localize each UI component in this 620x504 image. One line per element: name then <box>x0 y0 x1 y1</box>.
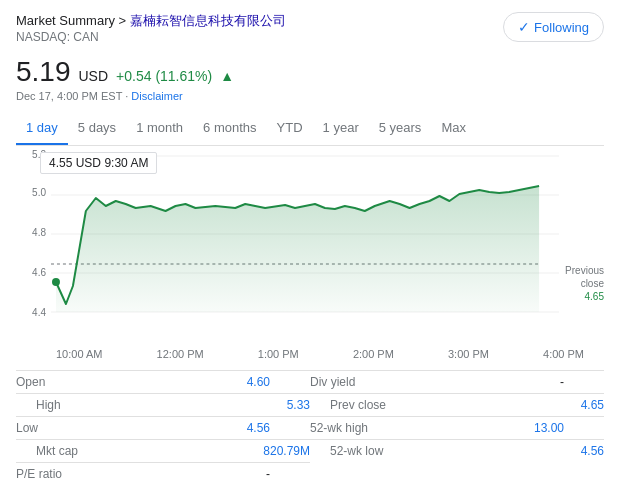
stat-low-value[interactable]: 4.56 <box>247 421 270 435</box>
company-name[interactable]: 嘉楠耘智信息科技有限公司 <box>130 13 286 28</box>
chart-tooltip: 4.55 USD 9:30 AM <box>40 152 157 174</box>
stat-low-label: Low <box>16 421 38 435</box>
x-label-100: 1:00 PM <box>258 348 299 360</box>
following-label: Following <box>534 20 589 35</box>
price-row: 5.19 USD +0.54 (11.61%) ▲ <box>16 56 604 88</box>
stat-mktcap-value[interactable]: 820.79M <box>263 444 310 458</box>
tab-5years[interactable]: 5 years <box>369 112 432 145</box>
stat-prevclose-value[interactable]: 4.65 <box>581 398 604 412</box>
stat-open-label: Open <box>16 375 45 389</box>
stat-pe-label: P/E ratio <box>16 467 62 481</box>
stat-open: Open 4.60 <box>16 370 310 393</box>
stat-pe: P/E ratio - <box>16 462 310 485</box>
tooltip-price: 4.55 USD <box>49 156 101 170</box>
svg-text:4.4: 4.4 <box>32 307 46 318</box>
tab-1year[interactable]: 1 year <box>313 112 369 145</box>
stat-prevclose-label: Prev close <box>330 398 386 412</box>
stat-52wklo-value[interactable]: 4.56 <box>581 444 604 458</box>
svg-point-11 <box>52 278 60 286</box>
stat-prevclose: Prev close 4.65 <box>310 393 604 416</box>
tab-max[interactable]: Max <box>431 112 476 145</box>
y-axis: 5.2 5.0 4.8 4.6 4.4 <box>16 146 51 336</box>
previous-close-label: Previousclose4.65 <box>565 264 604 303</box>
stat-high-value[interactable]: 5.33 <box>287 398 310 412</box>
stats-table: Open 4.60 High 5.33 Low 4.56 Mkt cap 820… <box>16 370 604 485</box>
stat-mktcap-label: Mkt cap <box>36 444 78 458</box>
x-label-400: 4:00 PM <box>543 348 584 360</box>
stat-52wklo: 52-wk low 4.56 <box>310 439 604 462</box>
following-button[interactable]: ✓ Following <box>503 12 604 42</box>
x-label-1200: 12:00 PM <box>157 348 204 360</box>
tooltip-time: 9:30 AM <box>104 156 148 170</box>
stat-high-label: High <box>36 398 61 412</box>
stock-price: 5.19 <box>16 56 71 88</box>
stat-52wkhi-label: 52-wk high <box>310 421 368 435</box>
stat-divyield: Div yield - <box>310 370 604 393</box>
stat-open-value[interactable]: 4.60 <box>247 375 270 389</box>
x-label-300: 3:00 PM <box>448 348 489 360</box>
stat-low: Low 4.56 <box>16 416 310 439</box>
svg-text:4.8: 4.8 <box>32 227 46 238</box>
breadcrumb-prefix: Market Summary > <box>16 13 130 28</box>
time-info: Dec 17, 4:00 PM EST · Disclaimer <box>16 90 604 102</box>
tab-1month[interactable]: 1 month <box>126 112 193 145</box>
exchange-label: NASDAQ: CAN <box>16 30 286 44</box>
stat-52wklo-label: 52-wk low <box>330 444 383 458</box>
check-icon: ✓ <box>518 19 530 35</box>
stat-divyield-label: Div yield <box>310 375 355 389</box>
x-label-200: 2:00 PM <box>353 348 394 360</box>
breadcrumb: Market Summary > 嘉楠耘智信息科技有限公司 <box>16 12 286 30</box>
chart-svg <box>51 146 559 336</box>
price-change: +0.54 (11.61%) <box>116 68 212 84</box>
tab-ytd[interactable]: YTD <box>267 112 313 145</box>
x-axis-labels: 10:00 AM 12:00 PM 1:00 PM 2:00 PM 3:00 P… <box>16 346 604 360</box>
stat-52wkhi-value[interactable]: 13.00 <box>534 421 564 435</box>
time-period-tabs: 1 day 5 days 1 month 6 months YTD 1 year… <box>16 112 604 146</box>
tab-1day[interactable]: 1 day <box>16 112 68 145</box>
currency: USD <box>79 68 109 84</box>
tab-6months[interactable]: 6 months <box>193 112 266 145</box>
stat-divyield-value: - <box>560 375 564 389</box>
svg-text:4.6: 4.6 <box>32 267 46 278</box>
stat-pe-value: - <box>266 467 270 481</box>
up-arrow-icon: ▲ <box>220 68 234 84</box>
x-label-1000: 10:00 AM <box>56 348 102 360</box>
stat-52wkhi: 52-wk high 13.00 <box>310 416 604 439</box>
price-chart: 5.2 5.0 4.8 4.6 4.4 4.55 USD 9:30 AM <box>16 146 604 346</box>
disclaimer-link[interactable]: Disclaimer <box>131 90 182 102</box>
stat-high: High 5.33 <box>16 393 310 416</box>
tab-5days[interactable]: 5 days <box>68 112 126 145</box>
svg-text:5.0: 5.0 <box>32 187 46 198</box>
stat-mktcap: Mkt cap 820.79M <box>16 439 310 462</box>
